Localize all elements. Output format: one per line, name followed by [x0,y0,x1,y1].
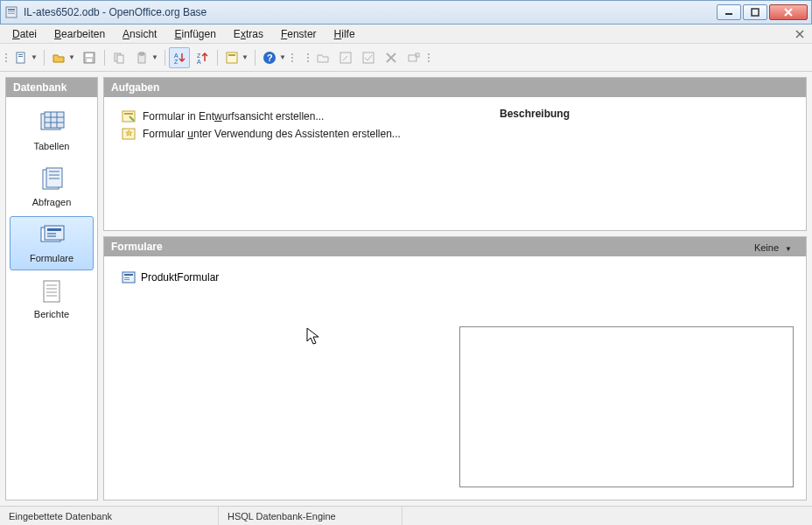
svg-rect-56 [124,113,133,115]
sidebar-header: Datenbank [6,78,97,97]
svg-rect-1 [8,9,15,10]
svg-rect-11 [18,54,23,55]
minimize-button[interactable] [717,4,741,20]
menu-label: Ansicht [122,28,157,40]
svg-text:A: A [174,52,178,59]
sidebar-item-reports[interactable]: Berichte [10,272,94,326]
menu-label: Einfügen [174,28,215,40]
chevron-down-icon[interactable]: ▼ [68,53,75,61]
forms-header: Formulare [104,237,806,256]
task-create-with-wizard[interactable]: Formular unter Verwendung des Assistente… [122,125,465,143]
status-spacer [402,507,812,525]
svg-text:A: A [197,59,201,65]
toolbar-separator [252,47,257,68]
tool-open-icon[interactable] [312,47,333,68]
svg-rect-60 [124,277,130,278]
open-button[interactable] [48,47,69,68]
sidebar: Datenbank Tabellen Abfragen Formulare Be… [5,77,98,500]
copy-button[interactable] [108,47,130,68]
menu-label: Bearbeiten [54,28,105,40]
sidebar-item-label: Berichte [34,309,69,319]
menu-extras[interactable]: Extras [227,26,270,42]
close-button[interactable] [769,4,808,20]
forms-icon [36,222,67,248]
toolbar-handle[interactable] [426,53,431,62]
description-label: Beschreibung [482,97,806,230]
svg-rect-29 [363,52,374,63]
tasks-list: Formular in Entwurfsansicht erstellen...… [104,97,482,230]
menu-help[interactable]: Hilfe [327,26,362,42]
menu-close-icon[interactable] [793,27,807,41]
preview-pane [459,326,794,487]
svg-rect-10 [17,52,24,63]
menu-view[interactable]: Ansicht [116,26,164,42]
svg-rect-3 [8,13,15,14]
toolbar-separator [162,47,167,68]
main-column: Aufgaben Formular in Entwurfsansicht ers… [103,77,807,500]
svg-rect-12 [18,56,23,57]
tool-edit-icon[interactable] [335,47,356,68]
svg-rect-50 [44,281,60,302]
svg-rect-48 [47,233,56,234]
form-button[interactable] [221,47,242,68]
tasks-body: Formular in Entwurfsansicht erstellen...… [104,97,806,230]
window-controls [717,4,808,20]
app-icon [4,5,18,19]
tasks-header: Aufgaben [104,78,806,97]
view-mode-label: Keine [754,242,779,253]
svg-rect-25 [228,54,235,56]
menu-label: Fenster [281,28,317,40]
svg-text:?: ? [267,52,273,63]
sidebar-nav: Tabellen Abfragen Formulare Berichte [6,97,97,500]
chevron-down-icon[interactable]: ▼ [151,53,158,61]
help-button[interactable]: ? [259,47,280,68]
view-mode-selector[interactable]: Keine ▼ [754,242,792,253]
sort-asc-button[interactable]: AZ [169,47,190,68]
chevron-down-icon[interactable]: ▼ [31,53,38,61]
menu-window[interactable]: Fenster [274,26,324,42]
menu-insert[interactable]: Einfügen [167,26,222,42]
sidebar-item-tables[interactable]: Tabellen [10,104,94,158]
menu-edit[interactable]: Bearbeiten [47,26,112,42]
form-item-label: ProduktFormular [141,271,219,284]
sidebar-item-queries[interactable]: Abfragen [10,160,94,214]
toolbar-handle[interactable] [305,53,311,62]
chevron-down-icon: ▼ [785,245,792,253]
list-item[interactable]: ProduktFormular [122,269,788,286]
svg-rect-41 [46,168,62,187]
tool-rename-icon[interactable] [403,47,424,68]
new-doc-button[interactable] [10,47,32,68]
svg-rect-15 [87,59,92,62]
sort-desc-button[interactable]: ZA [192,47,213,68]
tables-icon [36,110,67,136]
svg-rect-49 [47,235,56,237]
title-bar: IL-ates6502.odb - OpenOffice.org Base [0,0,812,24]
svg-rect-5 [752,9,759,16]
toolbar-handle[interactable] [290,53,295,62]
toolbar-separator [214,47,220,68]
svg-rect-35 [45,112,64,128]
maximize-button[interactable] [743,4,767,20]
task-label: Formular in Entwurfsansicht erstellen... [143,110,324,122]
chevron-down-icon[interactable]: ▼ [242,53,248,61]
forms-toolbar: Keine ▼ [104,256,806,267]
toolbar-handle[interactable] [4,53,9,62]
task-create-design-view[interactable]: Formular in Entwurfsansicht erstellen... [122,108,465,125]
task-label: Formular unter Verwendung des Assistente… [143,128,401,140]
menu-file[interactable]: Datei [5,26,44,42]
sidebar-item-label: Abfragen [32,197,72,207]
svg-rect-61 [124,279,130,280]
chevron-down-icon[interactable]: ▼ [279,53,286,61]
paste-button[interactable] [131,47,152,68]
save-button[interactable] [79,47,100,68]
sidebar-item-forms[interactable]: Formulare [10,216,94,270]
svg-rect-2 [8,11,15,12]
reports-icon [36,278,67,304]
svg-rect-14 [86,53,93,57]
tool-delete-icon[interactable] [381,47,402,68]
tool-check-icon[interactable] [358,47,379,68]
sidebar-item-label: Formulare [30,253,74,263]
queries-icon [36,166,67,192]
svg-rect-24 [227,52,237,63]
svg-text:Z: Z [197,52,201,59]
